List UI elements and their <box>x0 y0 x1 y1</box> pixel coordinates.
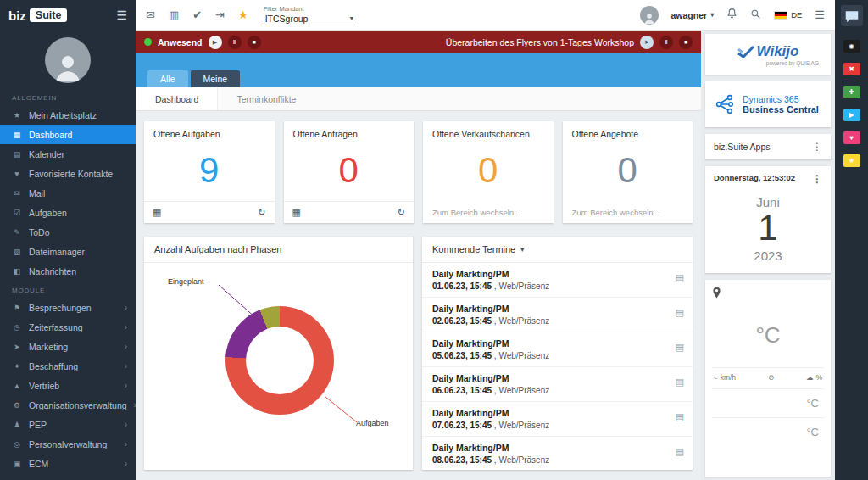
app-tile-5[interactable]: ♥ <box>843 131 860 144</box>
charts-row: Anzahl Aufgaben nach Phasen <box>144 237 693 470</box>
sidebar-item-label: Dashboard <box>29 130 72 140</box>
tab-meine[interactable]: Meine <box>191 70 241 87</box>
sidebar-item-vertrieb[interactable]: ▲ Vertrieb › <box>0 376 136 395</box>
app-tile-6[interactable]: ★ <box>843 154 860 167</box>
sidebar-item-kalender[interactable]: ▤ Kalender <box>0 144 136 164</box>
sidebar-item-personalverwaltung[interactable]: ◎ Personalverwaltung › <box>0 434 136 454</box>
sidebar-item-todo[interactable]: ✎ ToDo <box>0 222 136 242</box>
dynamics-widget[interactable]: Dynamics 365 Business Central <box>705 81 831 127</box>
sidebar-item-dashboard[interactable]: ▦ Dashboard <box>0 125 136 144</box>
sidebar-item-favorisierte-kontakte[interactable]: ♥ Favorisierte Kontakte <box>0 164 136 183</box>
language-switcher[interactable]: DE <box>774 10 802 20</box>
tab-terminkonflikte[interactable]: Terminkonflikte <box>218 87 314 110</box>
appointment-row[interactable]: Daily Markting/PM 08.06.23, 15:45 , Web/… <box>422 437 693 470</box>
user-avatar[interactable] <box>640 6 659 25</box>
tab-alle[interactable]: Alle <box>147 70 188 87</box>
appointment-row[interactable]: Daily Markting/PM 02.06.23, 15:45 , Web/… <box>422 298 693 332</box>
appointment-sub: 08.06.23, 15:45 , Web/Präsenz <box>432 455 664 465</box>
login-icon[interactable]: ⇥ <box>215 9 225 20</box>
table-icon[interactable]: ▦ <box>153 207 161 218</box>
calendar-widget: Donnerstag, 12:53:02 ⋮ Juni 1 2023 <box>705 166 831 273</box>
termine-header[interactable]: Kommende Termine ▾ <box>422 237 693 263</box>
sidebar-item-label: PEP <box>29 420 47 430</box>
tab-dashboard[interactable]: Dashboard <box>136 87 218 110</box>
switch-area-link[interactable]: Zum Bereich wechseln... <box>423 201 554 223</box>
appointment-row[interactable]: Daily Markting/PM 07.06.23, 15:45 , Web/… <box>422 402 693 437</box>
task-pause-button[interactable]: Ⅱ <box>659 36 673 49</box>
kpi-title: Offene Angebote <box>563 121 693 139</box>
task-forward-button[interactable]: ➤ <box>640 36 654 49</box>
chevron-down-icon: ▾ <box>520 246 524 254</box>
hamburger-menu-icon[interactable]: ☰ <box>116 8 127 22</box>
sidebar-item-organisationsverwaltung[interactable]: ⚙ Organisationsverwaltung › <box>0 395 136 415</box>
double-check-icon[interactable]: ✔ <box>192 9 202 20</box>
sidebar-item-pep[interactable]: ♟ PEP › <box>0 415 136 434</box>
appointment-date: 05.06.23, 15:45 <box>432 351 492 360</box>
weather-widget: °C ≈km/h ⊘ ☁% °C °C <box>705 280 831 477</box>
avatar[interactable] <box>45 37 91 83</box>
presence-play-button[interactable]: ▶ <box>209 36 222 49</box>
favorites-star-icon[interactable]: ★ <box>238 9 248 20</box>
mandant-filter-select[interactable]: ITCSgroup ▾ <box>264 13 355 25</box>
appointment-row[interactable]: Daily Markting/PM 01.06.23, 15:45 , Web/… <box>422 263 693 298</box>
kebab-menu-icon[interactable]: ⋮ <box>812 173 822 185</box>
appointment-row[interactable]: Daily Markting/PM 06.06.23, 15:45 , Web/… <box>422 367 693 402</box>
presence-pause-button[interactable]: Ⅱ <box>228 36 242 49</box>
task-stop-button[interactable]: ■ <box>679 36 693 49</box>
user-menu[interactable]: awagner ▾ <box>671 10 715 20</box>
open-appointment-icon[interactable]: ▤ <box>676 446 684 457</box>
chevron-right-icon: › <box>125 439 127 449</box>
appointment-mode: , Web/Präsenz <box>492 351 549 360</box>
appointment-title: Daily Markting/PM <box>432 373 664 383</box>
mail-icon[interactable]: ✉ <box>146 9 155 20</box>
tasks-check-icon: ☑ <box>12 209 22 217</box>
chevron-right-icon: › <box>125 322 127 332</box>
sidebar-item-beschaffung[interactable]: ✦ Beschaffung › <box>0 356 136 376</box>
forecast-temp-2: °C <box>712 417 824 446</box>
open-appointment-icon[interactable]: ▤ <box>676 377 684 388</box>
open-appointment-icon[interactable]: ▤ <box>676 411 684 422</box>
sidebar-item-kontraktmanagement[interactable]: ❏ Kontraktmanagement › <box>0 473 136 480</box>
sidebar-item-mein-arbeitsplatz[interactable]: ★ Mein Arbeitsplatz <box>0 105 136 125</box>
dynamics-line1: Dynamics 365 <box>743 94 819 104</box>
history-refresh-icon[interactable]: ↻ <box>258 207 265 218</box>
donut-hole <box>246 327 314 394</box>
history-refresh-icon[interactable]: ↻ <box>398 207 405 218</box>
sidebar-item-marketing[interactable]: ➤ Marketing › <box>0 337 136 356</box>
open-appointment-icon[interactable]: ▤ <box>676 272 684 283</box>
table-icon[interactable]: ▦ <box>292 207 301 218</box>
sidebar-item-label: Personalverwaltung <box>29 439 107 449</box>
open-appointment-icon[interactable]: ▤ <box>676 342 684 353</box>
wikijo-swoosh-icon <box>737 46 754 58</box>
open-appointment-icon[interactable]: ▤ <box>676 307 684 318</box>
list-menu-icon[interactable]: ☰ <box>815 9 825 20</box>
current-task-label: Überarbeiten des Flyers von 1-Tages Work… <box>446 37 634 47</box>
appointment-row[interactable]: Daily Markting/PM 05.06.23, 15:45 , Web/… <box>422 332 693 367</box>
star-icon: ★ <box>12 111 22 120</box>
presence-stop-button[interactable]: ■ <box>248 36 261 49</box>
sidebar-item-aufgaben[interactable]: ☑ Aufgaben <box>0 203 136 222</box>
bell-icon[interactable] <box>726 8 737 23</box>
wikijo-widget[interactable]: Wikijo powered by QUIS AG <box>705 34 831 75</box>
right-panel: Wikijo powered by QUIS AG Dynamics 365 B… <box>701 31 835 480</box>
chat-icon[interactable] <box>841 5 863 26</box>
mail-icon: ✉ <box>12 189 22 198</box>
contact-card-icon[interactable]: ▥ <box>169 9 179 20</box>
app-tile-1[interactable]: ◉ <box>843 40 860 53</box>
german-flag-icon <box>774 11 787 20</box>
topbar-right: awagner ▾ DE ☰ <box>640 6 825 25</box>
sidebar-item-zeiterfassung[interactable]: ◷ Zeiterfassung › <box>0 317 136 337</box>
search-icon[interactable] <box>750 8 761 23</box>
sidebar-item-besprechungen[interactable]: ⚑ Besprechungen › <box>0 298 136 317</box>
app-tile-3[interactable]: ✚ <box>843 86 860 98</box>
appointment-sub: 01.06.23, 15:45 , Web/Präsenz <box>432 282 664 291</box>
sidebar-item-dateimanager[interactable]: ▨ Dateimanager <box>0 242 136 261</box>
sidebar-item-nachrichten[interactable]: ◧ Nachrichten <box>0 261 136 281</box>
switch-area-link[interactable]: Zum Bereich wechseln... <box>563 201 693 223</box>
kebab-menu-icon[interactable]: ⋮ <box>812 141 822 153</box>
app-tile-2[interactable]: ✖ <box>843 63 860 75</box>
sidebar-item-mail[interactable]: ✉ Mail <box>0 183 136 203</box>
sidebar-item-ecm[interactable]: ▣ ECM › <box>0 454 136 473</box>
app-tile-4[interactable]: ▶ <box>843 109 860 121</box>
brand-suite: Suite <box>30 8 68 22</box>
